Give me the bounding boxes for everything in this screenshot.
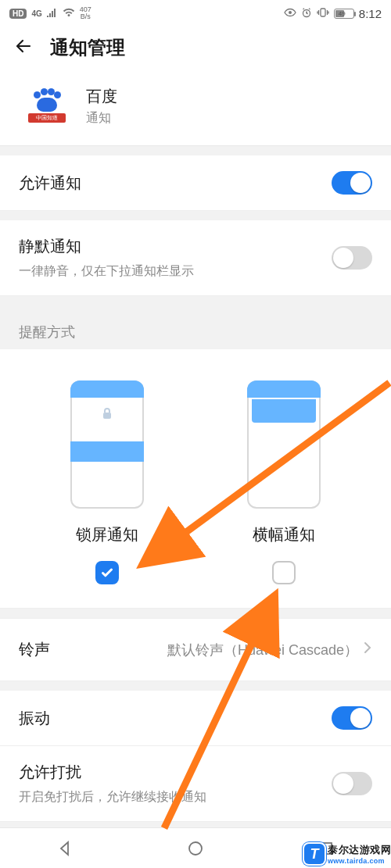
watermark-logo-icon: T xyxy=(304,844,325,864)
reminder-block: 锁屏通知 横幅通知 xyxy=(0,349,391,609)
silent-toggle[interactable] xyxy=(332,246,372,270)
silent-label: 静默通知 xyxy=(19,236,332,257)
allow-notif-label: 允许通知 xyxy=(19,173,332,194)
lock-icon xyxy=(102,407,113,420)
app-name: 百度 xyxy=(86,86,117,107)
ringtone-label: 铃声 xyxy=(19,639,50,660)
svg-rect-3 xyxy=(103,413,111,419)
eye-icon xyxy=(284,8,296,20)
row-allow-notifications[interactable]: 允许通知 xyxy=(0,155,391,211)
vibrate-toggle[interactable] xyxy=(332,706,372,730)
vibrate-icon xyxy=(317,7,329,20)
ringtone-value: 默认铃声（Huawei Cascade） xyxy=(50,641,363,659)
disturb-toggle[interactable] xyxy=(332,772,372,795)
signal-icon xyxy=(47,8,58,20)
lockscreen-preview-icon xyxy=(70,380,144,509)
banner-label: 横幅通知 xyxy=(253,524,315,545)
back-icon[interactable] xyxy=(14,37,33,59)
option-lockscreen[interactable]: 锁屏通知 xyxy=(70,380,144,584)
nav-back-icon[interactable] xyxy=(56,840,74,857)
reminder-section-header: 提醒方式 xyxy=(0,296,391,349)
battery-icon: 49 xyxy=(334,9,354,19)
allow-notif-toggle[interactable] xyxy=(332,171,372,195)
page-title: 通知管理 xyxy=(50,35,125,60)
status-bar: HD 4G 407 B/s 49 8:12 xyxy=(0,0,391,27)
banner-checkbox[interactable] xyxy=(272,561,296,584)
network-gen-icon: 4G xyxy=(31,9,41,18)
chevron-right-icon xyxy=(363,641,372,659)
svg-point-0 xyxy=(289,11,292,14)
watermark-url: www.tairda.com xyxy=(328,857,391,865)
lockscreen-checkbox[interactable] xyxy=(95,561,119,584)
app-subtitle: 通知 xyxy=(86,110,117,127)
status-time: 8:12 xyxy=(359,7,382,20)
disturb-sub: 开启免打扰后，允许继续接收通知 xyxy=(19,789,332,805)
disturb-label: 允许打扰 xyxy=(19,762,332,783)
alarm-icon xyxy=(301,7,312,20)
svg-point-4 xyxy=(189,842,202,855)
watermark-title: 泰尔达游戏网 xyxy=(328,843,391,857)
row-silent-notifications[interactable]: 静默通知 一律静音，仅在下拉通知栏显示 xyxy=(0,220,391,296)
wifi-icon xyxy=(63,8,75,20)
row-vibrate[interactable]: 振动 xyxy=(0,691,391,746)
app-icon-baidu: 中国知道 xyxy=(27,86,67,127)
svg-rect-2 xyxy=(321,9,325,16)
vibrate-label: 振动 xyxy=(19,708,332,729)
lockscreen-label: 锁屏通知 xyxy=(76,524,138,545)
watermark: T 泰尔达游戏网 www.tairda.com xyxy=(304,843,391,865)
hd-badge: HD xyxy=(9,9,27,19)
net-speed: 407 B/s xyxy=(80,6,91,20)
nav-home-icon[interactable] xyxy=(187,840,204,857)
row-allow-disturb[interactable]: 允许打扰 开启免打扰后，允许继续接收通知 xyxy=(0,746,391,822)
title-bar: 通知管理 xyxy=(0,27,391,75)
option-banner[interactable]: 横幅通知 xyxy=(247,380,321,584)
banner-preview-icon xyxy=(247,380,321,509)
app-header: 中国知道 百度 通知 xyxy=(0,75,391,146)
silent-sub: 一律静音，仅在下拉通知栏显示 xyxy=(19,263,332,280)
row-ringtone[interactable]: 铃声 默认铃声（Huawei Cascade） xyxy=(0,618,391,681)
